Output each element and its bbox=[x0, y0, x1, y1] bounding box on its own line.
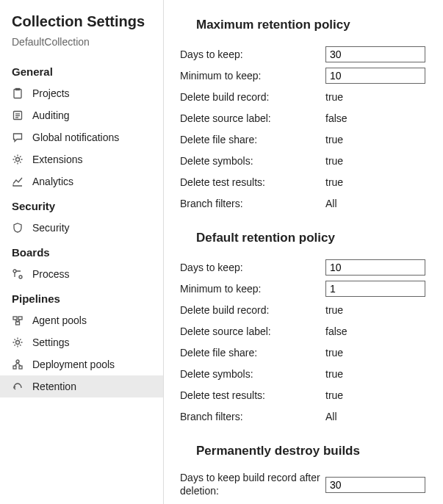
sidebar-item-label: Auditing bbox=[32, 109, 70, 121]
shield-icon bbox=[12, 222, 24, 234]
svg-point-15 bbox=[16, 360, 19, 363]
label-delete-file-share: Delete file share: bbox=[180, 347, 325, 359]
max-branch-filters-value: All bbox=[325, 198, 337, 209]
sidebar-item-process[interactable]: Process bbox=[0, 263, 163, 285]
heading-default-policy: Default retention policy bbox=[196, 231, 427, 245]
sidebar-item-deployment-pools[interactable]: Deployment pools bbox=[0, 353, 163, 375]
sidebar-item-projects[interactable]: Projects bbox=[0, 82, 163, 104]
sidebar-item-label: Analytics bbox=[32, 176, 73, 187]
svg-rect-16 bbox=[13, 366, 16, 369]
default-delete-symbols-value: true bbox=[325, 368, 343, 380]
default-delete-build-record-value: true bbox=[325, 304, 343, 316]
sidebar-item-label: Agent pools bbox=[32, 314, 87, 326]
sidebar-item-retention[interactable]: Retention bbox=[0, 375, 163, 397]
default-minimum-to-keep-input[interactable] bbox=[325, 281, 425, 297]
label-delete-build-record: Delete build record: bbox=[180, 304, 325, 316]
sidebar: Collection Settings DefaultCollection Ge… bbox=[0, 0, 164, 504]
deploy-icon bbox=[12, 359, 24, 370]
label-branch-filters: Branch filters: bbox=[180, 411, 325, 422]
svg-rect-0 bbox=[14, 90, 21, 98]
label-delete-symbols: Delete symbols: bbox=[180, 155, 325, 167]
label-minimum-to-keep: Minimum to keep: bbox=[180, 70, 325, 82]
sidebar-item-label: Global notifications bbox=[32, 132, 119, 143]
sidebar-item-extensions[interactable]: Extensions bbox=[0, 148, 163, 170]
label-days-to-keep: Days to keep: bbox=[180, 48, 325, 60]
chart-icon bbox=[12, 176, 24, 187]
default-delete-file-share-value: true bbox=[325, 347, 343, 359]
default-delete-test-results-value: true bbox=[325, 389, 343, 401]
default-days-to-keep-input[interactable] bbox=[325, 259, 425, 276]
nav-section-security: Security bbox=[0, 192, 163, 217]
label-delete-source-label: Delete source label: bbox=[180, 112, 325, 124]
heading-max-policy: Maximum retention policy bbox=[196, 18, 427, 32]
list-icon bbox=[12, 109, 24, 121]
days-after-deletion-input[interactable] bbox=[325, 477, 425, 493]
label-branch-filters: Branch filters: bbox=[180, 198, 325, 209]
svg-point-8 bbox=[19, 276, 22, 278]
default-branch-filters-value: All bbox=[325, 411, 337, 422]
sidebar-item-agent-pools[interactable]: Agent pools bbox=[0, 309, 163, 331]
sidebar-item-label: Retention bbox=[32, 381, 76, 392]
sidebar-item-auditing[interactable]: Auditing bbox=[0, 104, 163, 126]
sidebar-item-global-notifications[interactable]: Global notifications bbox=[0, 126, 163, 148]
nav-section-general: General bbox=[0, 58, 163, 82]
sidebar-item-label: Projects bbox=[32, 87, 70, 99]
label-days-after-deletion: Days to keep build record after deletion… bbox=[180, 472, 325, 497]
sidebar-item-analytics[interactable]: Analytics bbox=[0, 170, 163, 192]
label-delete-symbols: Delete symbols: bbox=[180, 368, 325, 380]
label-minimum-to-keep: Minimum to keep: bbox=[180, 283, 325, 295]
heading-destroy: Permanently destroy builds bbox=[196, 444, 427, 458]
max-delete-build-record-value: true bbox=[325, 91, 343, 103]
svg-point-7 bbox=[13, 270, 16, 273]
page-title: Collection Settings bbox=[0, 13, 163, 36]
svg-point-14 bbox=[16, 341, 20, 345]
label-delete-source-label: Delete source label: bbox=[180, 325, 325, 337]
sidebar-item-label: Security bbox=[32, 222, 70, 234]
max-delete-source-label-value: false bbox=[325, 112, 347, 124]
sidebar-item-label: Process bbox=[32, 268, 70, 280]
label-delete-build-record: Delete build record: bbox=[180, 91, 325, 103]
max-delete-file-share-value: true bbox=[325, 134, 343, 145]
max-days-to-keep-input[interactable] bbox=[325, 46, 425, 62]
nav-section-pipelines: Pipelines bbox=[0, 285, 163, 309]
sidebar-item-settings[interactable]: Settings bbox=[0, 331, 163, 353]
collection-name: DefaultCollection bbox=[0, 36, 163, 58]
clipboard-icon bbox=[12, 87, 24, 99]
pool-icon bbox=[12, 314, 24, 326]
default-delete-source-label-value: false bbox=[325, 325, 347, 337]
label-days-to-keep: Days to keep: bbox=[180, 262, 325, 273]
sidebar-item-label: Extensions bbox=[32, 154, 82, 165]
retention-icon bbox=[12, 381, 24, 392]
svg-rect-10 bbox=[18, 317, 22, 320]
nav-section-boards: Boards bbox=[0, 239, 163, 263]
svg-rect-17 bbox=[19, 366, 22, 369]
svg-rect-11 bbox=[16, 322, 20, 325]
max-minimum-to-keep-input[interactable] bbox=[325, 68, 425, 84]
label-delete-test-results: Delete test results: bbox=[180, 389, 325, 401]
max-delete-test-results-value: true bbox=[325, 176, 343, 188]
label-delete-test-results: Delete test results: bbox=[180, 176, 325, 188]
svg-rect-9 bbox=[13, 317, 17, 320]
process-icon bbox=[12, 268, 24, 280]
sidebar-item-label: Settings bbox=[32, 336, 70, 348]
gear-icon bbox=[12, 154, 24, 165]
main-content: Maximum retention policy Days to keep: M… bbox=[164, 0, 443, 504]
comment-icon bbox=[12, 132, 24, 143]
label-delete-file-share: Delete file share: bbox=[180, 134, 325, 145]
max-delete-symbols-value: true bbox=[325, 155, 343, 167]
svg-point-6 bbox=[16, 158, 20, 162]
gear-icon bbox=[12, 336, 24, 348]
sidebar-item-security[interactable]: Security bbox=[0, 217, 163, 239]
sidebar-item-label: Deployment pools bbox=[32, 359, 115, 370]
